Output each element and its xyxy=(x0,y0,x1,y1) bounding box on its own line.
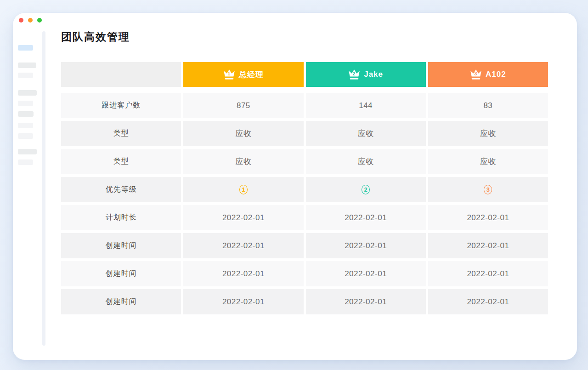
table-cell: 2022-02-01 xyxy=(306,233,426,258)
row-label: 创建时间 xyxy=(61,233,181,258)
table-cell: 应收 xyxy=(428,149,548,174)
sidebar-skeleton-item xyxy=(18,63,36,68)
table-cell: 2022-02-01 xyxy=(428,233,548,258)
sidebar-skeleton-item xyxy=(18,123,33,128)
row-label: 类型 xyxy=(61,149,181,174)
table-cell: 2022-02-01 xyxy=(183,233,303,258)
priority-badge: 3 xyxy=(484,185,492,194)
table-cell: 2022-02-01 xyxy=(183,205,303,230)
table-cell: 2022-02-01 xyxy=(306,205,426,230)
table-cell: 875 xyxy=(183,93,303,118)
row-label: 创建时间 xyxy=(61,261,181,286)
table-cell: 应收 xyxy=(306,149,426,174)
sidebar-skeleton-item xyxy=(18,149,37,154)
main-content: 团队高效管理 1总经理2Jake3A102 跟进客户数87514483类型应收应… xyxy=(61,30,548,314)
table-cell: 2022-02-01 xyxy=(428,261,548,286)
table-corner-cell xyxy=(61,62,181,87)
priority-badge: 1 xyxy=(239,185,248,194)
column-header-label: Jake xyxy=(364,70,383,79)
crown-rank-number: 1 xyxy=(227,71,231,76)
sidebar-divider xyxy=(42,31,45,346)
table-cell: 2022-02-01 xyxy=(183,261,303,286)
table-cell: 2022-02-01 xyxy=(306,289,426,314)
priority-cell: 2 xyxy=(306,177,426,202)
table-cell: 应收 xyxy=(183,149,303,174)
row-label: 优先等级 xyxy=(61,177,181,202)
column-header-rank2: 2Jake xyxy=(306,62,426,87)
crown-icon: 1 xyxy=(223,69,235,80)
table-cell: 应收 xyxy=(183,121,303,146)
priority-cell: 1 xyxy=(183,177,303,202)
table-cell: 2022-02-01 xyxy=(183,289,303,314)
sidebar-skeleton-item xyxy=(18,159,33,165)
crown-rank-number: 3 xyxy=(475,71,478,76)
sidebar-skeleton-item xyxy=(18,111,34,117)
table-cell: 2022-02-01 xyxy=(428,289,548,314)
column-header-label: 总经理 xyxy=(239,69,264,80)
crown-rank-number: 2 xyxy=(353,71,356,76)
sidebar-skeleton-item xyxy=(18,73,33,78)
column-header-rank1: 1总经理 xyxy=(183,62,303,87)
row-label: 创建时间 xyxy=(61,289,181,314)
column-header-rank3: 3A102 xyxy=(428,62,548,87)
row-label: 计划时长 xyxy=(61,205,181,230)
row-label: 类型 xyxy=(61,121,181,146)
table-body: 跟进客户数87514483类型应收应收应收类型应收应收应收优先等级123计划时长… xyxy=(61,93,548,314)
table-cell: 应收 xyxy=(428,121,548,146)
app-window: 团队高效管理 1总经理2Jake3A102 跟进客户数87514483类型应收应… xyxy=(13,13,577,360)
table-cell: 2022-02-01 xyxy=(428,205,548,230)
table-cell: 83 xyxy=(428,93,548,118)
sidebar-active-item[interactable] xyxy=(18,45,33,51)
table-cell: 144 xyxy=(306,93,426,118)
sidebar-skeleton-item xyxy=(18,90,37,96)
sidebar-skeleton-item xyxy=(18,133,33,139)
table-cell: 应收 xyxy=(306,121,426,146)
column-header-label: A102 xyxy=(486,70,506,79)
comparison-table: 1总经理2Jake3A102 跟进客户数87514483类型应收应收应收类型应收… xyxy=(61,62,548,314)
priority-cell: 3 xyxy=(428,177,548,202)
sidebar xyxy=(13,13,59,360)
table-header-row: 1总经理2Jake3A102 xyxy=(61,62,548,87)
priority-badge: 2 xyxy=(362,185,370,194)
row-label: 跟进客户数 xyxy=(61,93,181,118)
page-title: 团队高效管理 xyxy=(61,30,548,43)
crown-icon: 2 xyxy=(348,69,360,80)
table-cell: 2022-02-01 xyxy=(306,261,426,286)
sidebar-skeleton-item xyxy=(18,101,33,106)
crown-icon: 3 xyxy=(470,69,482,80)
